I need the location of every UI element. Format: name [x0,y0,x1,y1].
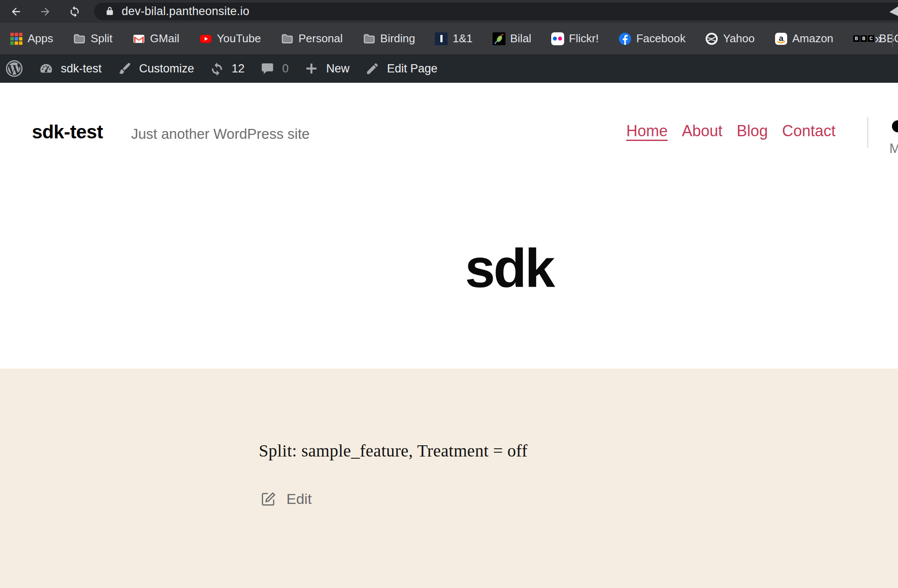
pencil-icon [363,59,381,78]
bookmark-flickr[interactable]: Flickr! [551,32,599,45]
admin-site-name[interactable]: sdk-test [37,59,102,78]
facebook-icon [619,32,631,45]
wp-admin-bar: sdk-test Customize 12 0 New [0,54,898,83]
reload-button[interactable] [68,5,81,18]
bookmark-yahoo[interactable]: Yahoo [705,32,754,45]
bookmark-label: 1&1 [452,32,472,45]
wordpress-logo-icon [5,59,23,78]
edit-pencil-icon [260,491,276,507]
browser-window: dev-bilal.pantheonsite.io Apps Split GMa… [0,0,898,588]
bookmark-label: YouTube [217,32,261,45]
clipped-corner-icon [889,6,898,19]
bookmark-apps[interactable]: Apps [10,32,53,45]
admin-edit-page[interactable]: Edit Page [363,59,437,78]
clipped-search-dot-icon[interactable] [892,120,898,132]
forward-arrow-icon [39,6,51,18]
admin-edit-page-label: Edit Page [387,62,437,75]
folder-icon [363,32,376,45]
bookmarks-separator [892,31,893,47]
bbc-icon: BBC [853,35,874,42]
folder-icon [281,32,294,45]
site-title[interactable]: sdk-test [32,121,103,143]
bookmark-gmail[interactable]: GMail [132,32,179,45]
yahoo-globe-icon [705,32,718,45]
nav-about[interactable]: About [682,122,722,140]
admin-new-label: New [326,62,349,75]
bookmark-youtube[interactable]: YouTube [199,32,261,45]
url-text: dev-bilal.pantheonsite.io [122,5,249,18]
amazon-icon: a [775,32,788,45]
site-tagline: Just another WordPress site [131,126,310,142]
bookmark-label: Split [91,32,113,45]
admin-updates-count: 12 [232,62,245,75]
flickr-icon [551,32,564,45]
hummingbird-icon [493,32,506,45]
bookmarks-bar: Apps Split GMail YouTube Personal [0,23,898,54]
nav-blog[interactable]: Blog [737,122,768,140]
youtube-icon [199,32,212,45]
customize-brush-icon [116,59,134,78]
site-logo[interactable]: sdk [465,241,553,296]
plus-icon [302,59,320,78]
forward-button[interactable] [39,5,52,18]
split-status-text: Split: sample_feature, Treatment = off [259,441,527,461]
reload-icon [69,6,81,18]
address-bar[interactable]: dev-bilal.pantheonsite.io [94,3,898,20]
clipped-menu-text: M [889,141,898,156]
bookmark-label: Bilal [510,32,531,45]
bookmark-bilal[interactable]: Bilal [493,32,531,45]
bookmark-folder-birding[interactable]: Birding [363,32,415,45]
bookmark-label: Flickr! [569,32,599,45]
bookmark-label: Apps [28,32,53,45]
admin-customize[interactable]: Customize [116,59,195,78]
apps-grid-icon [10,32,23,45]
bookmark-amazon[interactable]: a Amazon [775,32,833,45]
nav-contact[interactable]: Contact [782,122,835,140]
bookmark-label: Facebook [636,32,685,45]
svg-text:a: a [779,34,783,43]
lock-icon [104,6,115,17]
site-gauge-icon [37,59,55,78]
bookmarks-overflow-chevron[interactable]: » [875,23,882,54]
bookmark-folder-personal[interactable]: Personal [281,32,343,45]
comments-bubble-icon [258,59,276,78]
back-arrow-icon [10,6,22,18]
gmail-icon [132,32,145,45]
bookmark-folder-split[interactable]: Split [73,32,113,45]
bookmark-label: GMail [150,32,179,45]
content-section [0,369,898,588]
edit-link[interactable]: Edit [260,491,312,507]
admin-site-name-label: sdk-test [61,62,102,75]
header-separator [867,117,868,148]
edit-label: Edit [286,491,312,507]
bookmark-label: Personal [298,32,343,45]
admin-updates[interactable]: 12 [208,59,245,78]
bookmark-label: Yahoo [723,32,754,45]
wp-logo-menu[interactable] [5,59,23,78]
browser-toolbar: dev-bilal.pantheonsite.io [0,0,898,23]
oneandone-icon [435,32,448,45]
nav-home[interactable]: Home [626,122,668,140]
bookmark-1and1[interactable]: 1&1 [435,32,472,45]
back-button[interactable] [9,5,22,18]
admin-new[interactable]: New [302,59,349,78]
admin-customize-label: Customize [139,62,195,75]
bookmark-label: Amazon [792,32,833,45]
bookmark-facebook[interactable]: Facebook [619,32,685,45]
site-nav: Home About Blog Contact [626,122,835,140]
admin-comments[interactable]: 0 [258,59,289,78]
updates-icon [208,59,226,78]
folder-icon [73,32,86,45]
bookmark-label: Birding [380,32,415,45]
admin-comments-count: 0 [282,62,289,75]
